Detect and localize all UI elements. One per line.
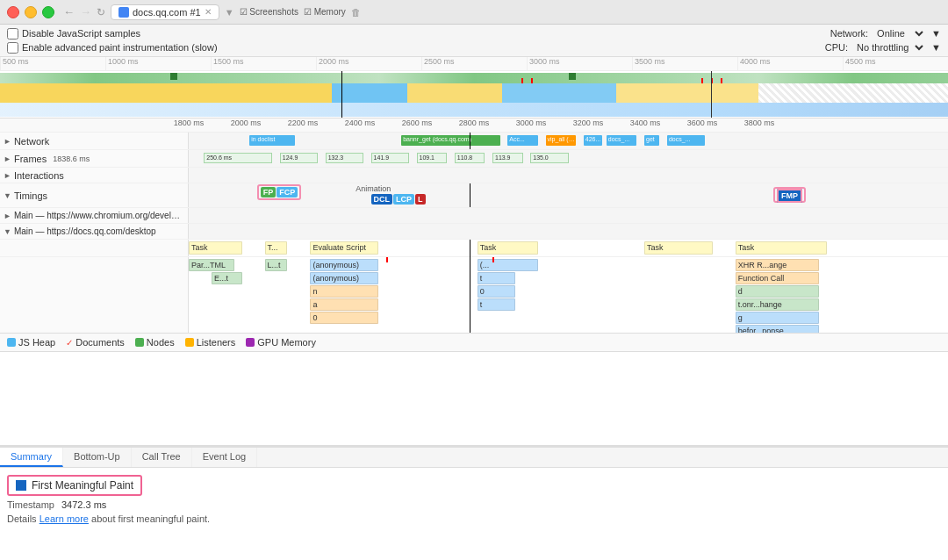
zero2-block: 0 <box>478 285 515 298</box>
overview-body[interactable] <box>0 71 948 118</box>
function-call-block: Function Call <box>736 272 819 284</box>
d-block: d <box>736 285 819 298</box>
fmp-color-square <box>16 480 26 491</box>
anonymous-block2: (anonymous) <box>310 272 378 284</box>
close-button[interactable] <box>7 6 19 18</box>
legend-jsheap: JS Heap <box>7 337 55 348</box>
cpu-label: CPU: <box>825 42 848 53</box>
ruler-mark: 4000 ms <box>737 57 843 70</box>
g-block: g <box>736 312 819 324</box>
nodes-dot <box>135 338 144 347</box>
timings-expand[interactable]: ▼ <box>4 191 11 200</box>
tab-call-tree[interactable]: Call Tree <box>132 448 192 467</box>
anonymous-block: (anonymous) <box>310 259 378 271</box>
tab-title: docs.qq.com #1 <box>133 7 201 18</box>
cpu-select[interactable]: No throttling4x slowdown <box>853 41 926 54</box>
task-block: Task <box>189 241 242 255</box>
frames-row: ► Frames 1838.6 ms 250.6 ms 124.9 132.3 … <box>0 150 948 168</box>
network-row: ► Network in doclist bannr_get (docs.qq.… <box>0 133 948 150</box>
legend-listeners: Listeners <box>185 337 236 348</box>
reload-icon[interactable]: ↻ <box>97 6 105 18</box>
main1-content <box>189 208 948 223</box>
interactions-label: ► Interactions <box>0 168 189 183</box>
lcp-marker: LCP <box>393 194 414 205</box>
red-dot <box>701 78 703 83</box>
tab-summary[interactable]: Summary <box>0 448 63 467</box>
flame-chart[interactable]: Task T... Evaluate Script Task Task Task… <box>0 240 948 333</box>
net-block: get <box>644 135 659 146</box>
footer-suffix: about first meaningful paint. <box>91 513 210 524</box>
anon3-block: (... <box>478 259 538 271</box>
net-block: Acc... <box>507 135 538 146</box>
maximize-button[interactable] <box>42 6 54 18</box>
flame-row-tasks: Task T... Evaluate Script Task Task Task <box>0 240 948 257</box>
fcp-marker: FCP <box>276 187 298 197</box>
frames-label: ► Frames 1838.6 ms <box>0 150 189 167</box>
main2-content <box>189 224 948 239</box>
timestamp-value: 3472.3 ms <box>61 499 106 510</box>
cpu-yellow <box>0 83 332 103</box>
toolbar: Disable JavaScript samples Network: Onli… <box>0 25 948 57</box>
disable-js-checkbox[interactable]: Disable JavaScript samples <box>7 28 140 39</box>
fmp-title-container: First Meaningful Paint <box>7 475 142 496</box>
learn-more-link[interactable]: Learn more <box>40 513 89 524</box>
network-select[interactable]: OnlineOfflineFast 3G <box>873 27 926 39</box>
tab-close-icon[interactable]: ✕ <box>205 7 212 17</box>
ruler-mark: 3500 ms <box>632 57 737 70</box>
main1-expand[interactable]: ► <box>4 212 11 220</box>
network-expand[interactable]: ► <box>4 137 11 146</box>
enable-paint-checkbox[interactable]: Enable advanced paint instrumentation (s… <box>7 42 218 54</box>
tonrhange-block: t.onr...hange <box>736 298 819 311</box>
bottom-panel: Summary Bottom-Up Call Tree Event Log Fi… <box>0 446 948 560</box>
t-block: t <box>478 272 515 284</box>
net-block: docs_... <box>667 135 705 146</box>
ruler-mark: 500 ms <box>0 57 105 70</box>
cursor-line-flame1 <box>470 240 470 257</box>
back-icon[interactable]: ← <box>63 5 75 18</box>
task-block: Task <box>736 241 827 255</box>
frame-block: 110.8 <box>455 153 485 163</box>
main-row-2: ▼ Main — https://docs.qq.com/desktop <box>0 224 948 240</box>
tab-event-log[interactable]: Event Log <box>192 448 258 467</box>
interactions-expand[interactable]: ► <box>4 171 11 180</box>
cpu-dropdown-icon[interactable]: ▼ <box>931 42 941 53</box>
frames-expand[interactable]: ► <box>4 154 11 163</box>
cursor-line-timings <box>470 183 470 207</box>
green-mark <box>170 73 177 80</box>
frame-block: 135.0 <box>530 153 568 163</box>
xhr-block: XHR R...ange <box>736 259 819 271</box>
tab-favicon <box>118 7 129 18</box>
screenshots-checkbox[interactable]: ☑ Screenshots <box>240 7 298 17</box>
forward-icon[interactable]: → <box>80 5 91 18</box>
et-block: E...t <box>212 272 242 284</box>
flame-content-subtasks: Par...TML E...t L...t (anonymous) (anony… <box>189 257 948 333</box>
listeners-dot <box>185 338 194 347</box>
main2-expand[interactable]: ▼ <box>4 227 11 236</box>
memory-checkbox[interactable]: ☑ Memory <box>304 7 346 17</box>
interactions-row: ► Interactions <box>0 168 948 183</box>
main-row-1: ► Main — https://www.chromium.org/develo… <box>0 208 948 224</box>
tab[interactable]: docs.qq.com #1 ✕ <box>111 4 219 20</box>
tab-bottom-up[interactable]: Bottom-Up <box>63 448 132 467</box>
ruler-mark: 2000 ms <box>316 57 421 70</box>
frame-block: 124.9 <box>280 153 318 163</box>
minimize-button[interactable] <box>25 6 37 18</box>
task-block: T... <box>265 241 288 255</box>
bottom-content: First Meaningful Paint Timestamp 3472.3 … <box>0 468 948 531</box>
green-mark <box>569 73 576 80</box>
nodes-label: Nodes <box>147 337 175 348</box>
red-tick <box>492 257 494 262</box>
timestamp-row: Timestamp 3472.3 ms <box>7 499 941 510</box>
footer-details: Details <box>7 513 37 524</box>
separator: ▼ <box>225 7 234 18</box>
frame-block: 250.6 ms <box>204 153 272 163</box>
clear-icon[interactable]: 🗑 <box>351 7 361 18</box>
network-dropdown-icon[interactable]: ▼ <box>931 28 941 39</box>
top-bar: ← → ↻ docs.qq.com #1 ✕ ▼ ☑ Screenshots ☑… <box>0 0 948 25</box>
cursor-line1 <box>341 71 342 118</box>
flame-label-empty <box>0 240 189 256</box>
legend-nodes: Nodes <box>135 337 175 348</box>
net-block: docs_... <box>607 135 637 146</box>
flame-row-subtasks: Par...TML E...t L...t (anonymous) (anony… <box>0 257 948 333</box>
dcl-lcp-group: DCL LCP L <box>371 194 426 205</box>
